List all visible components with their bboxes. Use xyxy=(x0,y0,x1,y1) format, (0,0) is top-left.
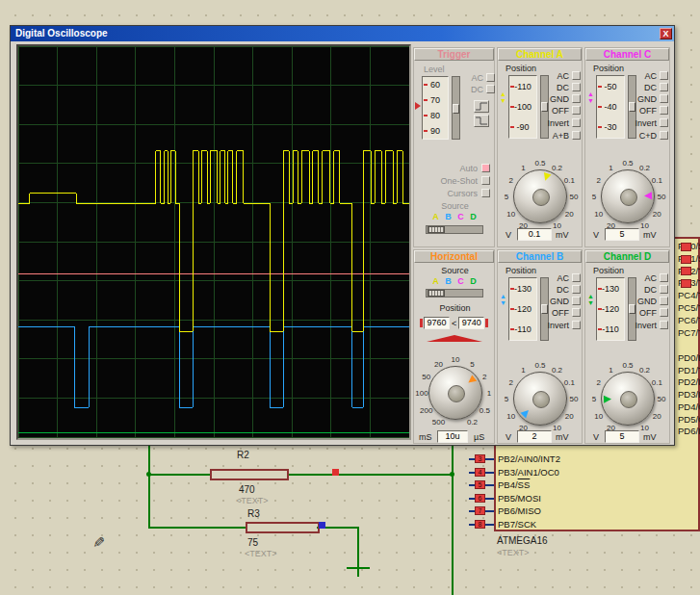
source-channel-d[interactable]: D xyxy=(467,212,480,221)
down-arrow-icon[interactable]: ▼ xyxy=(499,299,507,306)
digital-oscilloscope-window: Digital Oscilloscope X Trigger Level 607… xyxy=(10,25,675,446)
junction-dot xyxy=(146,472,151,477)
horizontal-panel: Horizontal Source ABCD Position 9760 < 9… xyxy=(413,249,495,444)
wire-vertical-left[interactable] xyxy=(148,444,150,529)
pin-name: PB5/MOSI xyxy=(498,493,541,504)
slider-thumb[interactable] xyxy=(428,226,445,233)
trigger-falling-edge-button[interactable] xyxy=(474,115,489,127)
chip-pin-label: PD2/INT0 xyxy=(678,376,700,387)
window-titlebar[interactable]: Digital Oscilloscope X xyxy=(11,26,674,41)
up-arrow-icon[interactable]: ▲ xyxy=(586,293,595,299)
source-channel-b[interactable]: B xyxy=(442,276,454,286)
knob-scale-label: 20 xyxy=(565,209,574,218)
down-arrow-icon[interactable]: ▼ xyxy=(586,97,595,104)
trigger-auto-button[interactable] xyxy=(481,164,490,172)
sum-button[interactable] xyxy=(572,131,581,140)
source-channel-b[interactable]: B xyxy=(442,212,454,221)
wire-r3-left[interactable] xyxy=(148,527,246,529)
dc-button[interactable] xyxy=(660,83,668,91)
trigger-one-shot-button[interactable] xyxy=(481,176,490,185)
trigger-cursors-label: Cursors xyxy=(431,189,478,198)
trigger-level-label: Level xyxy=(424,65,445,74)
up-arrow-icon[interactable]: ▲ xyxy=(586,91,595,97)
sum-label: A+B xyxy=(536,131,569,141)
horizontal-source-slider[interactable] xyxy=(426,289,483,298)
off-button[interactable] xyxy=(660,308,668,317)
trigger-level-slider[interactable] xyxy=(452,76,460,140)
invert-label: Invert xyxy=(624,321,657,330)
selection-handle-red xyxy=(332,469,339,476)
trigger-cursors-button[interactable] xyxy=(481,189,490,197)
close-button[interactable]: X xyxy=(660,28,672,39)
slider-thumb[interactable] xyxy=(453,104,459,114)
source-channel-d[interactable]: D xyxy=(467,276,480,286)
up-arrow-icon[interactable]: ▲ xyxy=(499,293,507,299)
up-arrow-icon[interactable]: ▲ xyxy=(499,91,507,97)
knob-scale-label: 2 xyxy=(482,372,486,380)
coupling-label-gnd: GND xyxy=(634,94,657,104)
scale-value: -110 xyxy=(509,76,536,96)
pin-number: 7 xyxy=(475,506,485,515)
off-button[interactable] xyxy=(572,308,581,317)
horizontal-position-label: Position xyxy=(414,303,496,313)
gnd-button[interactable] xyxy=(660,297,668,305)
source-channel-a[interactable]: A xyxy=(429,276,442,286)
ac-button[interactable] xyxy=(572,71,581,80)
knob-scale-label: 0.1 xyxy=(564,377,575,386)
chip-pin-label: PB3/AIN1/OC0 xyxy=(498,467,559,478)
coupling-label-off: OFF xyxy=(634,308,657,318)
trigger-rising-edge-button[interactable] xyxy=(474,100,489,113)
scale-tick xyxy=(510,328,514,330)
wire-ground-stem[interactable] xyxy=(357,527,359,568)
gnd-button[interactable] xyxy=(572,94,581,103)
knob-scale-label: 5 xyxy=(592,395,596,403)
ac-button[interactable] xyxy=(660,71,668,80)
pin-number: 6 xyxy=(475,494,485,503)
chip-pin-label: PD5/OC1A xyxy=(678,414,700,425)
unit-millivolts: mV xyxy=(643,432,657,442)
dc-button[interactable] xyxy=(572,285,581,294)
off-button[interactable] xyxy=(572,106,581,115)
invert-button[interactable] xyxy=(660,118,668,127)
invert-button[interactable] xyxy=(572,118,581,127)
down-arrow-icon[interactable]: ▼ xyxy=(586,299,595,306)
source-channel-a[interactable]: A xyxy=(429,212,442,221)
invert-button[interactable] xyxy=(572,321,581,329)
chip-ref: ATMEGA16 xyxy=(497,535,548,546)
trigger-dc-button[interactable] xyxy=(486,85,495,93)
sum-button[interactable] xyxy=(660,131,668,140)
scale-number: -30 xyxy=(604,122,616,132)
trigger-ac-button[interactable] xyxy=(486,73,495,82)
pointer-triangle xyxy=(604,396,611,403)
wire-r2-left[interactable] xyxy=(148,474,211,476)
dc-button[interactable] xyxy=(660,285,668,294)
trigger-title: Trigger xyxy=(414,48,494,61)
scale-value: -130 xyxy=(597,278,624,298)
knob-scale-label: 2 xyxy=(596,175,600,184)
unit-volts: V xyxy=(506,230,511,240)
source-channel-c[interactable]: C xyxy=(454,212,467,221)
coupling-label-gnd: GND xyxy=(546,94,569,104)
invert-button[interactable] xyxy=(660,321,668,329)
ac-button[interactable] xyxy=(572,273,581,282)
knob-scale-label: 1 xyxy=(487,389,491,398)
slider-thumb[interactable] xyxy=(428,290,445,297)
resistor-r2[interactable] xyxy=(210,469,289,480)
gnd-button[interactable] xyxy=(660,94,668,103)
dc-button[interactable] xyxy=(572,83,581,91)
source-channel-c[interactable]: C xyxy=(454,276,467,286)
position-wedge-icon[interactable] xyxy=(427,335,482,342)
down-arrow-icon[interactable]: ▼ xyxy=(499,97,507,104)
coupling-label-ac: AC xyxy=(546,273,569,283)
scale-value: -120 xyxy=(509,298,536,319)
wire-vertical-right[interactable] xyxy=(452,444,454,595)
knob-scale-label: 50 xyxy=(570,395,579,403)
resistor-r3[interactable] xyxy=(246,522,320,533)
off-button[interactable] xyxy=(660,106,668,115)
gnd-button[interactable] xyxy=(572,297,581,305)
chip-pin-label: PC5/TDI xyxy=(678,302,700,313)
wire-r2-right[interactable] xyxy=(288,474,454,476)
trigger-source-slider[interactable] xyxy=(426,225,483,234)
ac-button[interactable] xyxy=(660,273,668,282)
horizontal-source-channels: ABCD xyxy=(429,276,480,286)
